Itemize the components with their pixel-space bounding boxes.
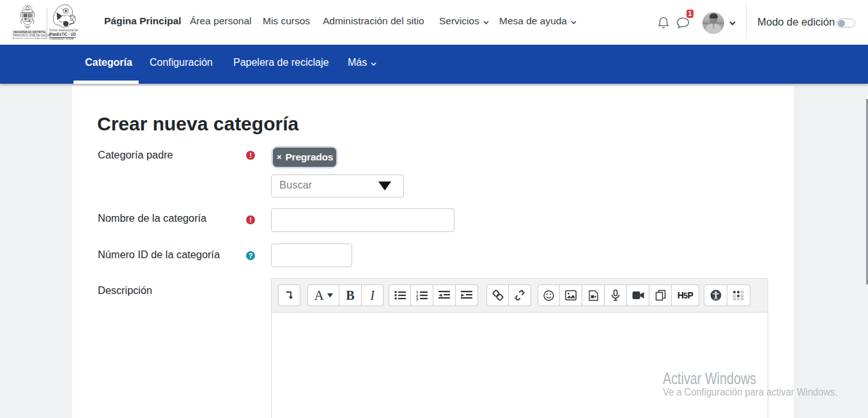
svg-text:3: 3	[416, 297, 419, 300]
